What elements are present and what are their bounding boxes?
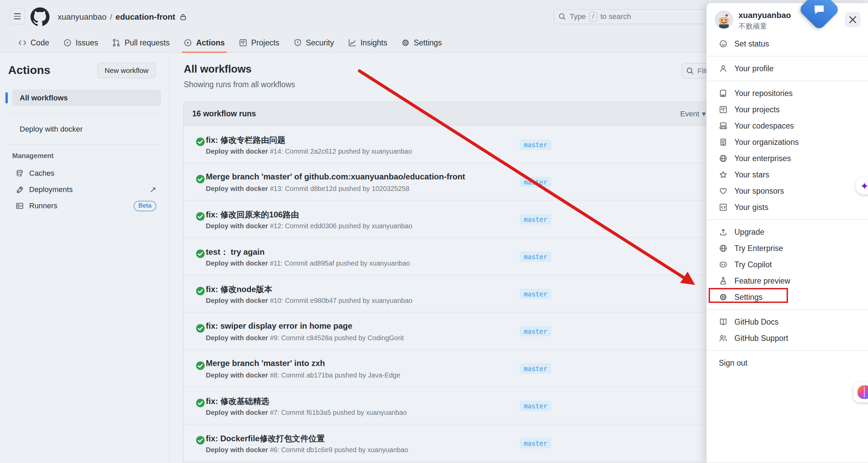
menu-item-your-stars[interactable]: Your stars [707, 167, 868, 183]
tab-pull-requests[interactable]: Pull requests [107, 33, 174, 53]
menu-divider [707, 350, 868, 351]
menu-item-your-codespaces[interactable]: Your codespaces [707, 118, 868, 134]
run-detail: Deploy with docker #9: Commit c84528a pu… [206, 334, 404, 342]
pr-icon [112, 39, 120, 47]
tab-settings[interactable]: Settings [397, 33, 447, 53]
menu-item-label: Your stars [734, 170, 769, 179]
sidebar-item-caches[interactable]: Caches [12, 165, 161, 181]
branch-badge[interactable]: master [520, 177, 551, 187]
branch-badge[interactable]: master [520, 214, 551, 225]
people-icon [719, 334, 728, 342]
run-title-link[interactable]: Merge branch 'master' into zxh [206, 359, 325, 368]
filter-search-icon [686, 67, 694, 75]
menu-item-your-organizations[interactable]: Your organizations [707, 134, 868, 150]
run-workflow-name: Deploy with docker [206, 409, 268, 416]
sidebar-item-all-workflows[interactable]: All workflows [12, 90, 161, 106]
menu-item-feature-preview[interactable]: Feature preview [707, 273, 868, 289]
menu-item-your-projects[interactable]: Your projects [707, 101, 868, 118]
person-icon [719, 64, 728, 73]
menu-item-github-support[interactable]: GitHub Support [707, 330, 868, 346]
github-logo-icon[interactable] [31, 7, 50, 26]
menu-item-github-docs[interactable]: GitHub Docs [707, 314, 868, 330]
workflow-label: All workflows [20, 94, 68, 102]
breadcrumb-repo-link[interactable]: education-front [116, 12, 175, 22]
runs-count-label: 16 workflow runs [192, 109, 256, 118]
menu-item-label: Your projects [734, 105, 780, 114]
breadcrumb: xuanyuanbao / education-front [58, 12, 187, 22]
menu-item-your-sponsors[interactable]: Your sponsors [707, 183, 868, 199]
menu-divider [707, 219, 868, 220]
sparkle-icon: ✦ [860, 180, 868, 192]
menu-item-label: Feature preview [734, 276, 790, 286]
gear-icon [719, 293, 728, 301]
branch-badge[interactable]: master [520, 438, 551, 448]
success-check-icon [196, 249, 205, 258]
run-title-link[interactable]: test： try again [206, 247, 264, 257]
success-check-icon [196, 436, 205, 445]
tab-projects[interactable]: Projects [234, 33, 284, 53]
sidebar-item-runners[interactable]: Runners Beta [12, 198, 161, 214]
branch-badge[interactable]: master [520, 326, 551, 336]
menu-item-your-gists[interactable]: Your gists [707, 199, 868, 215]
tab-insights[interactable]: Insights [343, 33, 392, 53]
new-workflow-button[interactable]: New workflow [97, 63, 156, 78]
run-title-link[interactable]: fix: swiper display error in home page [206, 321, 352, 331]
run-title-link[interactable]: fix: Dockerfile修改打包文件位置 [206, 433, 325, 444]
beta-badge: Beta [134, 201, 156, 211]
menu-item-label: Settings [734, 293, 763, 302]
success-check-icon [196, 286, 205, 296]
menu-item-try-enterprise[interactable]: Try Enterprise [707, 240, 868, 256]
global-search-input[interactable]: Type / to search [554, 9, 707, 24]
beaker-icon [719, 277, 728, 285]
menu-item-set-status[interactable]: Set status [707, 36, 868, 52]
server-icon [16, 202, 24, 210]
tab-security[interactable]: Security [289, 33, 339, 53]
branch-badge[interactable]: master [520, 251, 551, 262]
run-detail: Deploy with docker #7: Commit f61b3a5 pu… [206, 409, 407, 417]
menu-item-your-profile[interactable]: Your profile [707, 60, 868, 77]
run-title-link[interactable]: fix: 修改基础精选 [206, 396, 269, 407]
branch-badge[interactable]: master [520, 289, 551, 299]
branch-badge[interactable]: master [520, 401, 551, 411]
run-workflow-name: Deploy with docker [206, 185, 268, 192]
sidebar-item-deployments[interactable]: Deployments ↗ [12, 181, 161, 198]
menu-item-label: Your enterprises [734, 154, 791, 163]
upload-icon [719, 228, 728, 236]
menu-item-try-copilot[interactable]: Try Copilot [707, 256, 868, 273]
search-placeholder-suffix: to search [600, 12, 631, 21]
run-workflow-name: Deploy with docker [206, 446, 268, 454]
account-identity: xuanyuanbao 不败顽童 [738, 11, 791, 31]
run-title-link[interactable]: Merge branch 'master' of github.com:xuan… [206, 172, 465, 181]
tab-issues[interactable]: Issues [59, 33, 103, 53]
menu-item-label: Your profile [734, 64, 774, 73]
menu-item-your-enterprises[interactable]: Your enterprises [707, 150, 868, 167]
sidebar-item-deploy-with-docker[interactable]: Deploy with docker [12, 121, 161, 137]
branch-badge[interactable]: master [520, 139, 551, 150]
hamburger-menu-button[interactable] [9, 8, 25, 24]
event-filter-dropdown[interactable]: Event ▾ [680, 102, 706, 126]
breadcrumb-owner-link[interactable]: xuanyuanbao [58, 12, 106, 22]
tab-label: Code [31, 38, 49, 47]
search-placeholder-prefix: Type [570, 12, 586, 21]
close-panel-button[interactable] [845, 12, 861, 27]
account-dropdown-panel: xuanyuanbao 不败顽童 Set status Your profile… [706, 3, 868, 463]
tab-code[interactable]: Code [14, 33, 54, 53]
run-title-link[interactable]: fix: 修改node版本 [206, 284, 272, 295]
run-detail: Deploy with docker #14: Commit 2a2c612 p… [206, 148, 412, 155]
account-menu: Set status Your profile Your repositorie… [707, 36, 868, 371]
play-icon [184, 39, 192, 47]
run-title-link[interactable]: fix: 修改回原来的106路由 [206, 209, 299, 220]
heart-icon [719, 187, 728, 195]
brain-extension-button[interactable] [853, 382, 868, 402]
menu-item-upgrade[interactable]: Upgrade [707, 224, 868, 240]
globe-icon [719, 244, 728, 252]
menu-item-your-repositories[interactable]: Your repositories [707, 85, 868, 101]
menu-item-settings[interactable]: Settings [707, 289, 868, 305]
run-title-link[interactable]: fix: 修改专栏路由问题 [206, 135, 285, 146]
branch-badge[interactable]: master [520, 363, 551, 374]
tab-actions[interactable]: Actions [179, 33, 229, 53]
tab-label: Actions [196, 38, 224, 47]
menu-item-sign-out[interactable]: Sign out [707, 355, 868, 371]
run-workflow-name: Deploy with docker [206, 148, 268, 155]
management-label: Deployments [29, 185, 73, 194]
